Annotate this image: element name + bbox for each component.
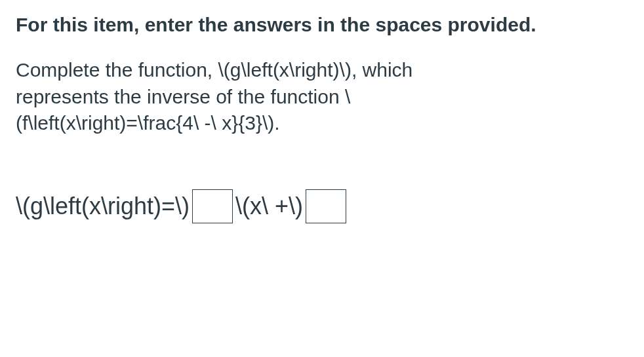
answer-input-1[interactable] — [192, 189, 233, 223]
answer-line: \(g\left(x\right)=\) \(x\ +\) — [16, 189, 628, 223]
prompt-line-3: (f\left(x\right)=\frac{4\ -\ x}{3}\). — [16, 112, 280, 134]
prompt-line-2: represents the inverse of the function \ — [16, 86, 350, 107]
answer-prefix: \(g\left(x\right)=\) — [16, 193, 190, 220]
answer-middle: \(x\ +\) — [235, 193, 303, 220]
prompt-line-1: Complete the function, \(g\left(x\right)… — [16, 59, 413, 81]
answer-input-2[interactable] — [306, 189, 346, 223]
question-prompt: Complete the function, \(g\left(x\right)… — [16, 57, 628, 137]
instruction-text: For this item, enter the answers in the … — [16, 12, 628, 37]
